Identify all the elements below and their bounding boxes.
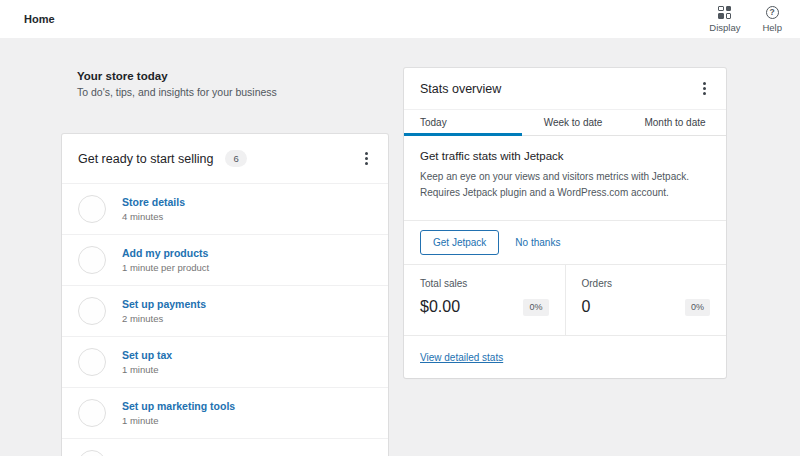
stats-column: Stats overview Today Week to date Month … (404, 68, 726, 378)
store-today-subtitle: To do's, tips, and insights for your bus… (77, 86, 388, 98)
tab-today[interactable]: Today (404, 110, 522, 135)
task-item-tax[interactable]: Set up tax 1 minute (62, 336, 388, 387)
stat-value: $0.00 (420, 298, 460, 316)
tab-week-to-date[interactable]: Week to date (522, 110, 624, 135)
kebab-menu-icon[interactable] (361, 148, 372, 169)
stats-period-tabs: Today Week to date Month to date (404, 109, 726, 136)
stats-card-footer: View detailed stats (404, 336, 726, 378)
jetpack-promo-section: Get traffic stats with Jetpack Keep an e… (404, 136, 726, 221)
task-time: 4 minutes (122, 211, 185, 222)
task-count-badge: 6 (225, 150, 246, 168)
task-time: 1 minute (122, 415, 235, 426)
stats-card-title: Stats overview (420, 82, 501, 96)
page-title: Home (24, 13, 55, 25)
task-item-add-products[interactable]: Add my products 1 minute per product (62, 234, 388, 285)
task-status-circle-icon (78, 195, 106, 223)
jetpack-actions: Get Jetpack No thanks (404, 221, 726, 265)
help-button[interactable]: ? Help (762, 6, 782, 33)
task-item-payments[interactable]: Set up payments 2 minutes (62, 285, 388, 336)
task-time: 1 minute per product (122, 262, 209, 273)
store-today-header: Your store today To do's, tips, and insi… (77, 70, 388, 98)
stat-label: Total sales (420, 278, 549, 289)
task-time: 2 minutes (122, 313, 206, 324)
no-thanks-link[interactable]: No thanks (515, 237, 560, 248)
task-status-circle-icon (78, 348, 106, 376)
stats-overview-card: Stats overview Today Week to date Month … (404, 68, 726, 378)
jetpack-promo-description: Keep an eye on your views and visitors m… (420, 169, 710, 201)
task-item-marketing[interactable]: Set up marketing tools 1 minute (62, 387, 388, 438)
stat-change-badge: 0% (523, 299, 548, 316)
display-button[interactable]: Display (709, 6, 740, 33)
stats-card-header: Stats overview (404, 68, 726, 109)
stat-label: Orders (582, 278, 711, 289)
task-status-circle-icon (78, 450, 106, 456)
help-button-label: Help (762, 22, 782, 33)
task-link[interactable]: Add my products (122, 247, 209, 259)
task-link[interactable]: Set up marketing tools (122, 400, 235, 412)
task-status-circle-icon (78, 246, 106, 274)
task-card-header: Get ready to start selling 6 (62, 134, 388, 183)
store-today-title: Your store today (77, 70, 388, 82)
get-jetpack-button[interactable]: Get Jetpack (420, 230, 499, 255)
task-item-personalize[interactable]: Personalize my store (62, 438, 388, 456)
stat-total-sales[interactable]: Total sales $0.00 0% (404, 265, 566, 335)
task-link[interactable]: Store details (122, 196, 185, 208)
view-detailed-stats-link[interactable]: View detailed stats (420, 352, 503, 363)
help-icon: ? (766, 6, 779, 19)
task-item-store-details[interactable]: Store details 4 minutes (62, 183, 388, 234)
tab-month-to-date[interactable]: Month to date (624, 110, 726, 135)
topbar: Home Display ? Help (0, 0, 800, 38)
store-today-column: Your store today To do's, tips, and insi… (62, 38, 388, 456)
display-button-label: Display (709, 22, 740, 33)
stats-summary-row: Total sales $0.00 0% Orders 0 0% (404, 265, 726, 336)
task-link[interactable]: Set up payments (122, 298, 206, 310)
task-status-circle-icon (78, 297, 106, 325)
topbar-actions: Display ? Help (709, 6, 782, 33)
task-status-circle-icon (78, 399, 106, 427)
stat-change-badge: 0% (685, 299, 710, 316)
task-time: 1 minute (122, 364, 172, 375)
display-grid-icon (718, 6, 731, 19)
kebab-menu-icon[interactable] (699, 78, 710, 99)
jetpack-promo-title: Get traffic stats with Jetpack (420, 150, 710, 162)
stat-value: 0 (582, 298, 591, 316)
task-link[interactable]: Set up tax (122, 349, 172, 361)
task-card-title: Get ready to start selling (78, 152, 213, 166)
stat-orders[interactable]: Orders 0 0% (566, 265, 727, 335)
main-content: Your store today To do's, tips, and insi… (0, 38, 800, 456)
setup-task-card: Get ready to start selling 6 Store detai… (62, 134, 388, 456)
